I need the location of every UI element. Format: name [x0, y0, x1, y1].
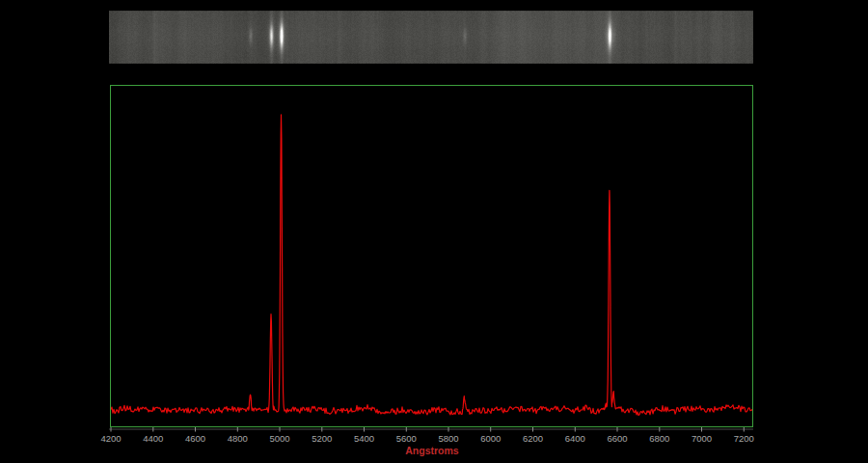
- x-axis-tick: [111, 427, 112, 432]
- x-tick-label: 7000: [681, 434, 723, 444]
- x-axis-tick: [490, 427, 491, 432]
- x-axis-tick: [280, 427, 281, 432]
- x-tick-label: 6200: [512, 434, 555, 444]
- x-tick-label: 4400: [132, 434, 175, 444]
- x-tick-label: 5200: [301, 434, 343, 444]
- x-axis-tick: [321, 427, 322, 432]
- x-axis-line: [109, 429, 753, 430]
- x-axis-tick: [575, 427, 576, 432]
- x-tick-label: 5800: [427, 434, 470, 444]
- x-tick-label: 6600: [596, 434, 638, 444]
- x-axis-tick: [448, 427, 449, 432]
- x-tick-label: 5400: [343, 434, 386, 444]
- x-tick-label: 4200: [90, 434, 132, 444]
- x-axis-tick: [701, 427, 702, 432]
- x-tick-label: 4600: [175, 434, 217, 444]
- x-axis-tick: [195, 427, 196, 432]
- x-axis-tick: [744, 427, 745, 432]
- x-axis-tick: [532, 427, 533, 432]
- x-tick-label: 5000: [258, 434, 301, 444]
- spectrum-line: [111, 115, 752, 416]
- x-axis-tick: [237, 427, 238, 432]
- spectroscopy-display: 4200440046004800500052005400560058006000…: [0, 0, 868, 463]
- x-tick-label: 4800: [216, 434, 258, 444]
- x-axis-title: Angstroms: [383, 445, 481, 456]
- x-tick-label: 7200: [722, 434, 765, 444]
- x-tick-label: 6000: [470, 434, 512, 444]
- x-tick-label: 6400: [554, 434, 596, 444]
- x-axis-tick: [659, 427, 660, 432]
- spectrum-2d-strip-image: [109, 11, 753, 64]
- x-axis-tick: [152, 427, 153, 432]
- x-tick-label: 5600: [385, 434, 427, 444]
- spectrum-plot-frame: [110, 85, 753, 427]
- x-axis-tick: [406, 427, 407, 432]
- x-axis-tick: [617, 427, 618, 432]
- x-axis-tick: [364, 427, 365, 432]
- spectrum-1d-trace: [111, 86, 752, 426]
- x-tick-label: 6800: [638, 434, 681, 444]
